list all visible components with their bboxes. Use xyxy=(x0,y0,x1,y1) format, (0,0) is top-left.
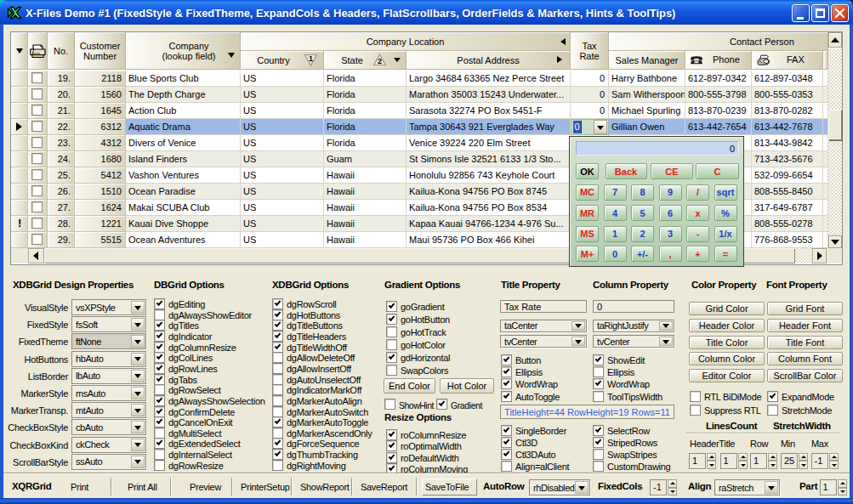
svg-text:1: 1 xyxy=(309,54,313,63)
svg-text:2: 2 xyxy=(378,57,382,65)
